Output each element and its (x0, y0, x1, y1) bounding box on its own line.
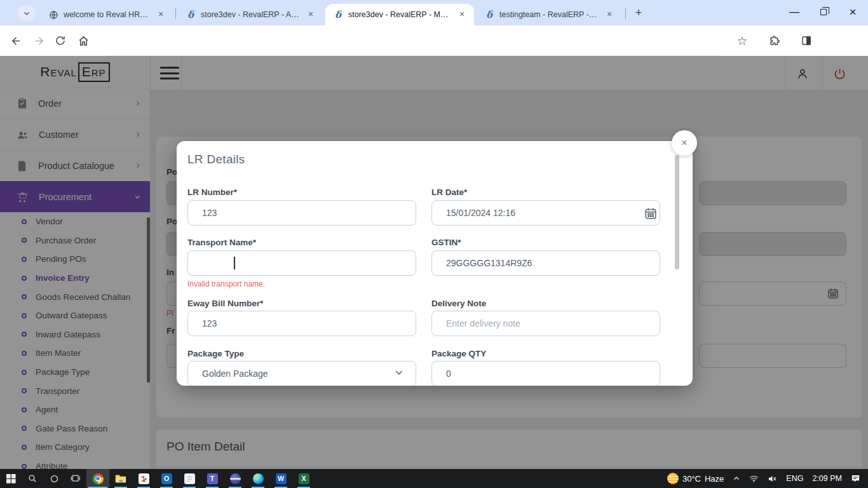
taskbar-teams-icon[interactable]: T (201, 469, 224, 488)
text-cursor (234, 257, 235, 269)
chevron-down-icon (394, 367, 404, 377)
browser-tab[interactable]: welcome to Reval HRMS × (41, 4, 173, 25)
window-restore-button[interactable] (809, 0, 838, 24)
tab-title: store3dev - RevalERP - Modify I (348, 10, 451, 19)
forward-button[interactable] (29, 31, 48, 50)
package-type-value: Golden Package (202, 369, 268, 379)
lr-number-input[interactable] (187, 200, 416, 226)
screen: welcome to Reval HRMS × δ store3dev - Re… (0, 0, 868, 488)
package-type-label: Package Type (187, 349, 244, 358)
lr-number-label: LR Number* (187, 187, 237, 197)
globe-favicon-icon (48, 10, 58, 20)
weather-haze-icon (667, 473, 679, 484)
tab-divider (175, 8, 176, 19)
search-icon[interactable] (22, 469, 43, 488)
tab-close-icon[interactable]: × (305, 9, 316, 20)
side-panel-icon[interactable] (797, 31, 816, 50)
browser-toolbar: store3dev.revalweb.com/InvoiceEntry/modi… (0, 25, 868, 56)
weather-widget[interactable]: 30°C Haze (663, 469, 728, 488)
taskbar-excel-icon[interactable]: X (292, 469, 315, 488)
modal-close-button[interactable]: × (672, 130, 697, 156)
language-indicator[interactable]: ENG (782, 469, 808, 488)
reval-favicon-icon: δ (186, 10, 196, 20)
weather-temp: 30°C (682, 474, 701, 484)
modal-scrollbar[interactable] (675, 155, 679, 269)
action-center-icon[interactable] (846, 469, 868, 488)
browser-tab-strip: welcome to Reval HRMS × δ store3dev - Re… (0, 0, 868, 25)
tab-close-icon[interactable]: × (456, 9, 468, 20)
delivery-note-input[interactable] (431, 311, 660, 336)
package-qty-input[interactable] (431, 361, 660, 386)
tab-title: welcome to Reval HRMS (64, 10, 150, 19)
tab-divider (625, 8, 626, 19)
restore-icon (820, 9, 827, 15)
gstin-input[interactable] (431, 250, 660, 276)
taskbar-pinwheel-app-icon[interactable] (132, 469, 155, 488)
package-type-select[interactable]: Golden Package (187, 361, 416, 386)
tab-title: testingteam - RevalERP - Add V (499, 10, 599, 19)
wifi-icon[interactable] (745, 469, 763, 488)
modal-title: LR Details (187, 152, 245, 166)
weather-condition: Haze (705, 474, 724, 484)
taskbar-file-explorer-icon[interactable] (109, 469, 132, 488)
home-button[interactable] (74, 31, 93, 50)
start-button[interactable] (0, 469, 22, 488)
transport-name-input[interactable] (187, 250, 416, 276)
cortana-icon[interactable] (43, 469, 65, 488)
reval-favicon-icon: δ (484, 10, 494, 20)
taskbar-edge-icon[interactable] (247, 469, 269, 488)
tray-expand-chevron-icon[interactable] (728, 469, 745, 488)
window-close-button[interactable]: × (838, 0, 867, 24)
calendar-icon[interactable] (644, 207, 658, 220)
taskbar-chrome-icon[interactable] (86, 469, 109, 488)
extensions-icon[interactable] (765, 31, 784, 50)
clock[interactable]: 2:09 PM (808, 469, 846, 488)
transport-name-error: Invalid transport name. (187, 280, 265, 288)
bookmark-star-icon[interactable]: ☆ (733, 31, 752, 50)
window-minimize-button[interactable]: — (780, 0, 809, 24)
tab-close-icon[interactable]: × (604, 9, 615, 20)
tab-close-icon[interactable]: × (155, 9, 166, 20)
browser-tab[interactable]: δ store3dev - RevalERP - Add Inv × (178, 4, 323, 25)
new-tab-button[interactable]: + (630, 5, 647, 22)
browser-tab-active[interactable]: δ store3dev - RevalERP - Modify I × (325, 4, 474, 25)
tab-list-button[interactable] (18, 5, 36, 22)
transport-name-label: Transport Name* (187, 238, 256, 247)
tab-title: store3dev - RevalERP - Add Inv (201, 10, 300, 19)
system-tray: 30°C Haze ENG 2:09 PM (663, 469, 868, 488)
eway-bill-label: Eway Bill Number* (187, 299, 263, 308)
chevron-down-icon (23, 10, 31, 17)
reval-favicon-icon: δ (333, 10, 343, 20)
volume-muted-icon[interactable] (763, 469, 782, 488)
delivery-note-label: Delivery Note (431, 299, 486, 308)
package-qty-label: Package QTY (431, 349, 486, 358)
web-page: RevalErp Order › Customer › (0, 56, 868, 469)
taskbar-word-icon[interactable]: W (269, 469, 292, 488)
task-view-icon[interactable] (65, 469, 86, 488)
taskbar: O T W X (0, 469, 868, 488)
eway-bill-input[interactable] (187, 311, 416, 336)
taskbar-outlook-icon[interactable]: O (155, 469, 178, 488)
browser-tab[interactable]: δ testingteam - RevalERP - Add V × (477, 4, 621, 25)
back-button[interactable] (6, 31, 25, 50)
taskbar-eclipse-icon[interactable] (224, 469, 247, 488)
lr-date-input[interactable] (431, 200, 660, 226)
lr-details-modal: LR Details LR Number* LR Date* Transport… (177, 141, 693, 386)
lr-date-label: LR Date* (431, 187, 467, 197)
gstin-label: GSTIN* (431, 238, 461, 247)
reload-button[interactable] (51, 31, 70, 50)
taskbar-notepad-icon[interactable] (178, 469, 201, 488)
